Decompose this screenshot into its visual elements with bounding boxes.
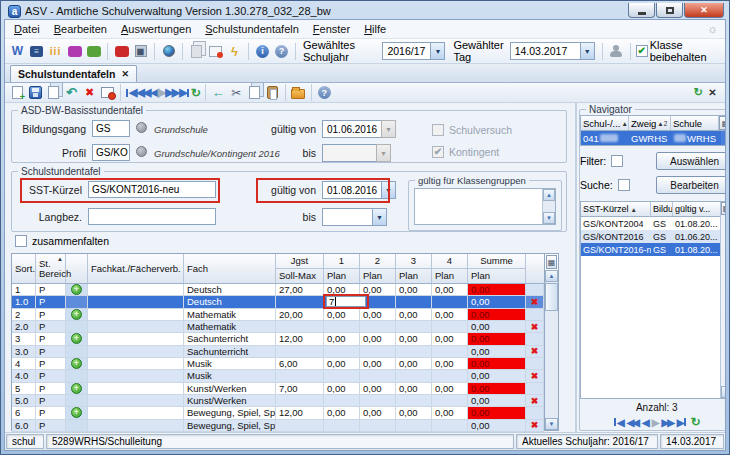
cell-fachkat[interactable] <box>88 346 184 357</box>
tafel-gueltig-von-select[interactable]: 01.08.2016▼ <box>322 181 396 199</box>
profil-field[interactable]: GS/KO <box>92 144 130 161</box>
cell-p4[interactable] <box>432 296 468 307</box>
back-button[interactable]: ← <box>210 85 227 101</box>
filter-checkbox[interactable] <box>611 155 623 167</box>
cell-p1[interactable]: 0,00 <box>324 407 360 418</box>
table-row[interactable]: 5.0PKunst/Werken0,00✖ <box>12 395 544 407</box>
table-row[interactable]: 4.0PMusik0,00✖ <box>12 370 544 382</box>
cell-soll[interactable] <box>276 370 324 381</box>
listbox-scrollbar[interactable]: ▲ ▼ <box>542 189 555 224</box>
close-button[interactable]: ✕ <box>684 3 724 18</box>
cell-fachkat[interactable] <box>88 420 184 431</box>
cell-bereich[interactable]: P <box>36 395 66 406</box>
cell-fach[interactable]: Deutsch <box>184 296 276 307</box>
cell-sort[interactable]: 1 <box>12 284 36 295</box>
cell-fachkat[interactable] <box>88 321 184 332</box>
school-spinner[interactable]: ▲▼ <box>721 131 726 145</box>
chevron-down-icon[interactable]: ▼ <box>372 208 387 226</box>
cell-fachkat[interactable] <box>88 296 184 307</box>
sst-col-gueltig[interactable]: gültig v... <box>673 202 720 216</box>
first-record-button[interactable]: ◀ <box>125 86 135 99</box>
header-jgst-3[interactable]: 3Plan <box>396 254 432 283</box>
lightning-icon[interactable]: ϟ <box>226 43 243 59</box>
cell-p4[interactable]: 0,00 <box>432 358 468 369</box>
duplicate-button[interactable] <box>45 85 62 101</box>
fast-prev-record-button[interactable]: ◀◀ <box>136 86 149 99</box>
cell-fachkat[interactable] <box>88 370 184 381</box>
cell-bereich[interactable]: P <box>36 420 66 431</box>
chevron-down-icon[interactable]: ▼ <box>430 42 445 60</box>
scroll-down-icon[interactable]: ▼ <box>545 418 558 430</box>
maximize-button[interactable] <box>656 3 683 18</box>
sst-scrollbar[interactable]: ▼ <box>721 215 726 398</box>
cell-p4[interactable]: 0,00 <box>432 309 468 320</box>
sst-list-item[interactable]: GS/KONT2016GS01.06.20... <box>581 230 720 243</box>
expand-row-icon[interactable]: + <box>71 309 82 320</box>
scrollbar-thumb[interactable] <box>545 283 558 311</box>
new-record-button[interactable] <box>9 85 26 101</box>
header-summe[interactable]: SummePlan <box>468 254 526 283</box>
cell-soll[interactable]: 6,00 <box>276 358 324 369</box>
save-button[interactable] <box>27 85 44 101</box>
info-button[interactable]: i <box>254 43 271 59</box>
fast-next-record-button[interactable]: ▶▶ <box>165 86 178 99</box>
cell-p1[interactable]: 0,00 <box>324 333 360 344</box>
cell-p3[interactable] <box>396 395 432 406</box>
cell-p4[interactable]: 0,00 <box>432 284 468 295</box>
cell-fachkat[interactable] <box>88 284 184 295</box>
expand-row-icon[interactable]: + <box>71 407 82 418</box>
sst-col-kuerzel[interactable]: SST-Kürzel▲ <box>581 202 651 216</box>
cell-sort[interactable]: 2 <box>12 309 36 320</box>
cell-sort[interactable]: 4.0 <box>12 370 36 381</box>
cell-soll[interactable]: 12,00 <box>276 407 324 418</box>
cell-summe[interactable]: 0,00 <box>468 309 526 320</box>
cell-bereich[interactable]: P <box>36 346 66 357</box>
header-jgst[interactable]: JgstSoll-Max <box>276 254 324 283</box>
chevron-down-icon[interactable]: ▼ <box>580 42 595 60</box>
kontingent-checkbox[interactable]: ✔ <box>432 146 444 158</box>
cell-p3[interactable]: 0,00 <box>396 333 432 344</box>
cell-p2[interactable]: 0,00 <box>360 333 396 344</box>
delete-row-icon[interactable]: ✖ <box>531 420 539 430</box>
cell-fach[interactable]: Sachunterricht <box>184 346 276 357</box>
cell-summe[interactable]: 0,00 <box>468 284 526 295</box>
cell-p2[interactable] <box>360 370 396 381</box>
cell-p3[interactable]: 0,00 <box>396 407 432 418</box>
cell-p3[interactable] <box>396 296 432 307</box>
bearbeiten-button[interactable]: Bearbeiten <box>656 176 726 194</box>
cell-sort[interactable]: 5.0 <box>12 395 36 406</box>
cell-summe[interactable]: 0,00 <box>468 370 526 381</box>
settings-gear-icon[interactable]: ☼ <box>707 22 723 36</box>
sst-column-settings-icon[interactable]: ▦ <box>721 202 726 215</box>
klassengruppen-listbox[interactable]: ▲ ▼ <box>414 188 556 225</box>
cell-fach[interactable]: Mathematik <box>184 309 276 320</box>
cell-bereich[interactable]: P <box>36 407 66 418</box>
menu-datei[interactable]: Datei <box>7 21 47 37</box>
module-chat-red-icon[interactable] <box>113 43 130 59</box>
prev-record-button[interactable]: ◀ <box>150 86 156 99</box>
cell-summe[interactable]: 0,00 <box>468 383 526 394</box>
cell-p3[interactable] <box>396 420 432 431</box>
expand-row-icon[interactable]: + <box>71 383 82 394</box>
module-report-icon[interactable]: ▦ <box>132 43 149 59</box>
cell-p3[interactable] <box>396 370 432 381</box>
grid-scrollbar[interactable]: ▲ ▼ <box>545 270 558 430</box>
cell-bereich[interactable]: P <box>36 358 66 369</box>
menu-bearbeiten[interactable]: Bearbeiten <box>47 21 114 37</box>
module-card-icon[interactable]: ≡ <box>28 43 45 59</box>
scroll-up-icon[interactable]: ▲ <box>543 189 555 201</box>
expand-row-icon[interactable]: + <box>71 333 82 344</box>
tab-schulstundentafeln[interactable]: Schulstundentafeln ✕ <box>10 65 137 82</box>
nav-fast-prev-button[interactable]: ◀◀ <box>627 417 638 428</box>
cell-p3[interactable] <box>396 321 432 332</box>
delete-row-icon[interactable]: ✖ <box>531 396 539 406</box>
basis-gueltig-von-select[interactable]: 01.06.2016▼ <box>322 120 396 138</box>
editing-cell[interactable]: 7 <box>324 296 360 307</box>
cell-fach[interactable]: Bewegung, Spiel, Sport <box>184 420 276 431</box>
table-row[interactable]: 5P+Kunst/Werken7,000,000,000,000,000,00 <box>12 383 544 395</box>
undo-button[interactable]: ↶ <box>63 85 80 101</box>
header-bereich[interactable]: St. Bereich ▲ <box>36 254 66 283</box>
sst-col-bildungsgang[interactable]: Bildu... <box>651 202 673 216</box>
nav-next-button[interactable]: ▶ <box>652 417 658 428</box>
scroll-track[interactable] <box>545 312 558 418</box>
